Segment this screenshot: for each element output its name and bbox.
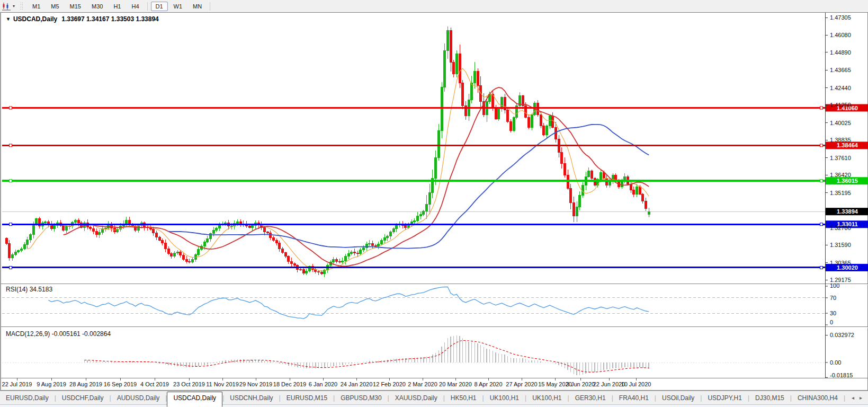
svg-text:1.38835: 1.38835 [830,137,851,143]
svg-text:24 Jan 2020: 24 Jan 2020 [341,381,373,387]
symbol-period-label: USDCAD,Daily [13,15,57,23]
svg-text:3 Jun 2020: 3 Jun 2020 [566,381,595,387]
svg-text:6 Jan 2020: 6 Jan 2020 [309,381,337,387]
chart-tab-usdchf-daily[interactable]: USDCHF,Daily [56,392,110,404]
timeframe-buttons: M1M5M15M30H1H4D1W1MN [27,2,213,11]
chart-tab-china300-h4[interactable]: CHINA300,H4 [792,392,844,404]
chart-tab-hk50-h1[interactable]: HK50,H1 [445,392,482,404]
svg-text:28 Aug 2019: 28 Aug 2019 [69,381,102,387]
timeframe-button-m15[interactable]: M15 [65,2,86,11]
svg-text:30: 30 [830,310,836,316]
chart-tab-usdjpy-h1[interactable]: USDJPY,H1 [702,392,747,404]
svg-text:1.32780: 1.32780 [830,225,851,231]
chart-tab-audusd-daily[interactable]: AUDUSD,Daily [111,392,166,404]
svg-text:20 Mar 2020: 20 Mar 2020 [439,381,472,387]
timeframe-button-h1[interactable]: H1 [109,2,126,11]
svg-text:29 Nov 2019: 29 Nov 2019 [239,381,272,387]
status-bar [0,404,868,407]
svg-text:27 Apr 2020: 27 Apr 2020 [506,381,537,387]
toolbar-grip[interactable] [20,2,23,11]
svg-text:12 Feb 2020: 12 Feb 2020 [373,381,406,387]
chart-tab-xauusd-daily[interactable]: XAUUSD,Daily [389,392,443,404]
svg-text:18 Dec 2019: 18 Dec 2019 [273,381,306,387]
timeframe-button-m30[interactable]: M30 [87,2,108,11]
svg-text:70: 70 [830,295,836,301]
candlestick-chart-glyph [2,2,11,11]
svg-text:9 Aug 2019: 9 Aug 2019 [37,381,66,387]
macd-label: MACD(12,26,9) -0.005161 -0.002864 [6,330,111,338]
chart-tabs-bar: EURUSD,Daily|USDCHF,Daily|AUDUSD,Daily|U… [0,391,868,404]
svg-text:8 Apr 2020: 8 Apr 2020 [474,381,502,387]
chart-title: ▼USDCAD,Daily1.33697 1.34167 1.33503 1.3… [6,15,159,23]
chart-tab-usoil-daily[interactable]: USOil,Daily [656,392,700,404]
svg-text:100: 100 [830,282,839,289]
svg-text:23 Oct 2019: 23 Oct 2019 [173,381,205,387]
toolbar-separator [210,2,210,11]
svg-text:1.33894: 1.33894 [837,208,858,215]
svg-text:1.30365: 1.30365 [830,260,851,266]
toolbar-separator [147,2,148,11]
chart-tab-dj30-m15[interactable]: DJ30,M15 [749,392,790,404]
svg-text:1.43665: 1.43665 [830,67,851,73]
svg-text:0.00: 0.00 [830,359,841,366]
timeframe-button-m5[interactable]: M5 [46,2,64,11]
tab-scroll-arrows: ◂▸ [845,395,868,401]
chart-tab-eurusd-m15[interactable]: EURUSD,M15 [281,392,333,404]
svg-text:0.032972: 0.032972 [830,332,854,338]
svg-text:1.41250: 1.41250 [830,102,851,108]
svg-text:1.35195: 1.35195 [830,190,851,196]
chart-tab-usdcad-daily[interactable]: USDCAD,Daily [167,392,222,407]
timeframe-button-h4[interactable]: H4 [127,2,144,11]
svg-text:10 Jul 2020: 10 Jul 2020 [621,381,651,387]
svg-text:1.46080: 1.46080 [830,32,851,38]
chart-canvas[interactable]: 1.410601.384641.360151.330111.300201.473… [1,13,868,391]
svg-text:11 Nov 2019: 11 Nov 2019 [206,381,239,387]
timeframe-button-mn[interactable]: MN [188,2,207,11]
svg-text:1.44890: 1.44890 [830,49,851,56]
chart-tab-gbpusd-m30[interactable]: GBPUSD,M30 [335,392,387,404]
svg-text:1.37610: 1.37610 [830,155,851,161]
chart-tab-usdcnh-daily[interactable]: USDCNH,Daily [224,392,279,404]
chart-tab-uk100-h1[interactable]: UK100,H1 [526,392,567,404]
svg-text:1.40025: 1.40025 [830,120,851,126]
rsi-label: RSI(14) 34.5183 [6,286,52,293]
tab-scroll-right-icon[interactable]: ▸ [860,395,862,401]
chart-tab-uk100-h1[interactable]: UK100,H1 [484,392,525,404]
svg-text:0: 0 [830,319,833,325]
timeframe-button-d1[interactable]: D1 [151,2,168,11]
svg-text:22 Jun 2020: 22 Jun 2020 [593,381,625,387]
chart-window: 1.410601.384641.360151.330111.300201.473… [0,12,868,391]
svg-text:4 Oct 2019: 4 Oct 2019 [140,381,169,387]
svg-text:1.36420: 1.36420 [830,172,851,178]
svg-text:2 Mar 2020: 2 Mar 2020 [408,381,437,387]
chart-tab-ger30-h1[interactable]: GER30,H1 [569,392,612,404]
svg-text:1.36015: 1.36015 [837,178,858,184]
ohlc-values: 1.33697 1.34167 1.33503 1.33894 [61,15,159,23]
chart-tab-fra40-h1[interactable]: FRA40,H1 [613,392,655,404]
chart-tab-eurusd-daily[interactable]: EURUSD,Daily [0,392,55,404]
svg-text:1.42440: 1.42440 [830,85,851,91]
timeframe-button-m1[interactable]: M1 [28,2,45,11]
symbol-dropdown-icon[interactable]: ▼ [6,16,11,22]
svg-text:22 Jul 2019: 22 Jul 2019 [2,381,32,387]
svg-text:1.47305: 1.47305 [830,14,851,21]
chart-type-dropdown-icon[interactable]: ▾ [13,4,15,8]
top-toolbar: ▾ M1M5M15M30H1H4D1W1MN [0,0,868,13]
tab-scroll-left-icon[interactable]: ◂ [852,395,854,401]
svg-text:16 Sep 2019: 16 Sep 2019 [104,381,137,387]
timeframe-button-w1[interactable]: W1 [169,2,187,11]
svg-text:1.31590: 1.31590 [830,242,851,248]
chart-type-icon[interactable] [1,2,12,11]
svg-text:-0.01815: -0.01815 [830,372,853,378]
